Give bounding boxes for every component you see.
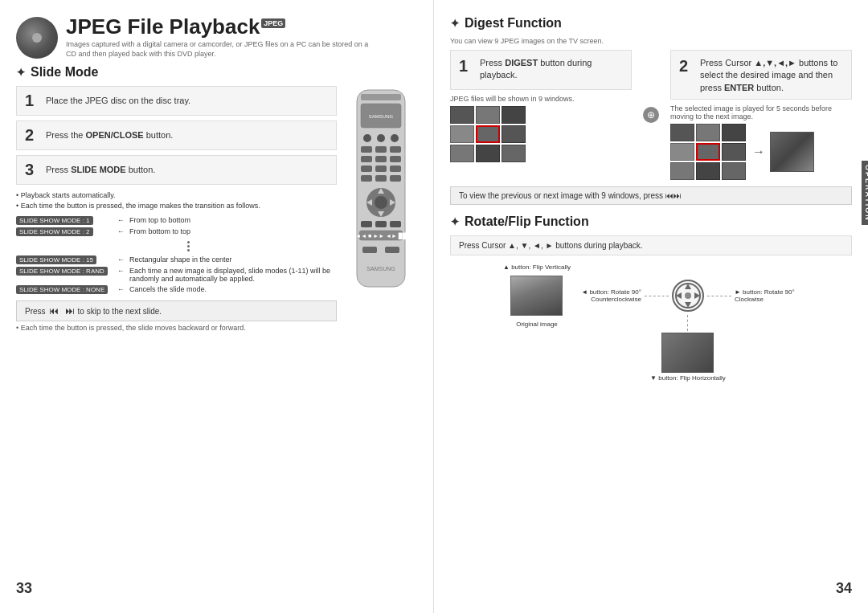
rotate-right-label: ► button: Rotate 90° Clockwise — [735, 288, 799, 303]
svg-rect-31 — [362, 247, 377, 253]
jpeg-badge: JPEG — [261, 18, 285, 28]
slide-row-2: SLIDE SHOW MODE : 2 ← From bottom to top — [16, 227, 337, 236]
svg-rect-15 — [390, 166, 401, 172]
slide-label-1: SLIDE SHOW MODE : 1 — [16, 216, 113, 225]
slide-desc-rand: Each time a new image is displayed, slid… — [129, 267, 337, 283]
svg-rect-1 — [361, 94, 401, 100]
rotate-diagram: ▲ button: Flip Vertically Original image… — [450, 264, 852, 382]
digest-arrow: ⊕ — [640, 50, 662, 180]
step-1-number: 1 — [25, 92, 39, 110]
nav-icons: ⏮⏭ — [665, 191, 682, 200]
notes-section: • Playback starts automatically. • Each … — [16, 191, 337, 210]
svg-point-6 — [391, 134, 399, 142]
slide-row-rand: SLIDE SHOW MODE : RAND ← Each time a new… — [16, 267, 337, 283]
press-skip-box: Press ⏮ ⏭ to skip to the next slide. — [16, 300, 337, 321]
rotate-instruction-text: Press Cursor ▲, ▼, ◄, ► buttons during p… — [459, 241, 643, 250]
section-icon: ✦ — [16, 66, 26, 79]
digest-step-1: 1 Press DIGEST button during playback. J… — [450, 50, 632, 180]
slide-label-2: SLIDE SHOW MODE : 2 — [16, 227, 113, 236]
svg-rect-16 — [361, 175, 372, 182]
svg-rect-17 — [375, 175, 387, 182]
digest-grid-2 — [670, 124, 747, 180]
title-text: JPEG File Playback — [66, 14, 260, 39]
rotate-title: Rotate/Flip Function — [465, 215, 589, 229]
svg-text:SAMSUNG: SAMSUNG — [369, 114, 394, 119]
svg-rect-18 — [390, 175, 401, 182]
page-number-right: 34 — [836, 580, 852, 597]
digest-step-2-box: 2 Press Cursor ▲,▼,◄,► buttons to select… — [670, 50, 852, 100]
digest-step-1-text: Press DIGEST button during playback. — [480, 57, 623, 82]
original-label: Original image — [516, 321, 558, 328]
footer-note: • Each time the button is pressed, the s… — [16, 324, 337, 332]
original-image — [510, 276, 563, 316]
slide-row-15: SLIDE SHOW MODE : 15 ← Rectangular shape… — [16, 255, 337, 264]
slide-row-1: SLIDE SHOW MODE : 1 ← From top to bottom — [16, 216, 337, 225]
dots — [187, 239, 190, 254]
step-3-number: 3 — [25, 161, 39, 179]
slide-desc-15: Rectangular shape in the center — [129, 255, 232, 264]
step-1-text: Place the JPEG disc on the disc tray. — [46, 95, 190, 107]
slide-label-rand: SLIDE SHOW MODE : RAND — [16, 267, 113, 276]
digest-subtitle: You can view 9 JPEG images on the TV scr… — [450, 37, 852, 45]
digest-steps: 1 Press DIGEST button during playback. J… — [450, 50, 852, 180]
digest-step-1-num: 1 — [459, 57, 473, 76]
rotate-left-col: ▲ button: Flip Vertically Original image — [503, 264, 571, 328]
operation-tab: OPERATION — [862, 161, 868, 225]
slide-label-15: SLIDE SHOW MODE : 15 — [16, 255, 113, 264]
rotate-section: ✦ Rotate/Flip Function Press Cursor ▲, ▼… — [450, 215, 852, 382]
svg-rect-25 — [361, 221, 372, 227]
svg-rect-12 — [390, 156, 401, 162]
svg-rect-7 — [361, 146, 372, 153]
step-1-box: 1 Place the JPEG disc on the disc tray. — [16, 86, 337, 116]
svg-rect-26 — [375, 221, 387, 227]
disc-icon — [16, 17, 58, 59]
rotate-bottom-col: ▼ button: Flip Horizontally — [650, 315, 726, 382]
dashed-left — [645, 296, 669, 296]
press-label: Press — [25, 307, 46, 316]
digest-step-2-num: 2 — [679, 57, 694, 76]
rotate-icon: ✦ — [450, 215, 460, 228]
slide-label-none: SLIDE SHOW MODE : NONE — [16, 285, 113, 294]
skip-prev-icon: ⏮ — [49, 305, 59, 317]
rotate-circle — [672, 280, 704, 312]
svg-rect-9 — [390, 146, 401, 153]
slide-row-none: SLIDE SHOW MODE : NONE ← Cancels the sli… — [16, 285, 337, 294]
digest-icon: ✦ — [450, 17, 460, 30]
flip-down-label: ▼ button: Flip Horizontally — [650, 374, 726, 382]
arrow-none: ← — [117, 285, 125, 293]
note-1: • Playback starts automatically. — [16, 191, 337, 199]
page-container: JPEG File PlaybackJPEG Images captured w… — [0, 0, 868, 613]
slide-desc-2: From bottom to top — [129, 227, 190, 235]
left-content: 1 Place the JPEG disc on the disc tray. … — [16, 86, 417, 332]
left-page: JPEG File PlaybackJPEG Images captured w… — [0, 0, 434, 613]
rotate-header: ✦ Rotate/Flip Function — [450, 215, 852, 229]
svg-point-4 — [363, 134, 371, 142]
nav-note-text: To view the previous or next image with … — [459, 191, 663, 200]
remote-svg: SAMSUNG — [345, 86, 417, 295]
slide-mode-title: Slide Mode — [31, 65, 98, 80]
digest-note-2: The selected image is played for 5 secon… — [670, 104, 852, 121]
arrow-15: ← — [117, 255, 125, 264]
arrow-rand: ← — [117, 267, 125, 275]
header-text: JPEG File PlaybackJPEG Images captured w… — [66, 16, 371, 59]
step-3-text: Press SLIDE MODE button. — [46, 164, 155, 176]
svg-rect-27 — [390, 221, 401, 227]
slide-desc-none: Cancels the slide mode. — [129, 285, 207, 293]
rotate-mid: ◄ button: Rotate 90°Counterclockwise — [577, 264, 799, 382]
svg-point-20 — [375, 196, 387, 209]
page-number-left: 33 — [16, 580, 32, 597]
digest-header: ✦ Digest Function — [450, 16, 852, 31]
digest-note-1: JPEG files will be shown in 9 windows. — [450, 95, 632, 103]
flipped-image — [661, 333, 714, 373]
arrow-2: ← — [117, 227, 125, 235]
slide-mode-header: ✦ Slide Mode — [16, 65, 417, 80]
digest-selected-display: → — [670, 124, 852, 180]
remote-control-image: SAMSUNG — [345, 86, 417, 332]
svg-rect-11 — [375, 156, 387, 162]
slide-desc-1: From top to bottom — [129, 216, 190, 224]
flip-up-label: ▲ button: Flip Vertically — [503, 264, 571, 271]
right-page: OPERATION ✦ Digest Function You can view… — [434, 0, 868, 613]
page-header: JPEG File PlaybackJPEG Images captured w… — [16, 16, 417, 59]
step-3-box: 3 Press SLIDE MODE button. — [16, 155, 337, 185]
skip-next-icon: ⏭ — [65, 305, 75, 317]
